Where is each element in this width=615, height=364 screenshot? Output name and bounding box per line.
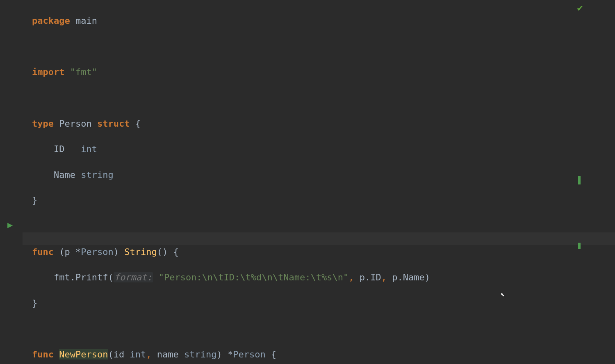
func-name: NewPerson (59, 349, 108, 359)
code-line[interactable]: func (p *Person) String() { (32, 246, 430, 258)
code-line[interactable]: package main (32, 14, 430, 27)
field-type: int (81, 144, 97, 154)
package-name: main (75, 16, 97, 26)
string-literal: "Person:\n\tID:\t%d\n\tName:\t%s\n" (159, 272, 349, 282)
comma: , (381, 272, 387, 282)
comma: , (146, 349, 151, 359)
return-type: Person (233, 349, 265, 359)
code-line[interactable]: } (32, 297, 430, 309)
type-name: Person (59, 118, 91, 129)
comma: , (348, 272, 354, 282)
indent (32, 170, 54, 180)
field-name: Name (54, 170, 81, 180)
keyword-func: func (32, 247, 54, 257)
arg: p.ID (354, 272, 381, 282)
code-editor[interactable]: ▶ ✔ package main import "fmt" type Perso… (0, 0, 615, 364)
sig: (id (108, 349, 130, 359)
brace: } (32, 195, 37, 205)
keyword-package: package (32, 16, 70, 26)
indent (32, 272, 54, 282)
keyword-func: func (32, 349, 54, 359)
code-line[interactable] (32, 91, 430, 104)
sig: ) * (216, 349, 233, 359)
arg: p.Name) (387, 272, 430, 282)
receiver-open: (p * (54, 247, 81, 257)
gutter: ▶ (0, 0, 23, 364)
code-line[interactable]: Name string (32, 168, 430, 181)
analysis-ok-icon[interactable]: ✔ (577, 2, 583, 14)
space (153, 272, 158, 282)
import-path: "fmt" (70, 67, 97, 77)
param-type: int (130, 349, 146, 359)
scrollbar-track[interactable] (581, 0, 615, 364)
sig: name (151, 349, 184, 359)
code-area[interactable]: package main import "fmt" type Person st… (32, 2, 430, 364)
keyword-type: type (32, 118, 54, 129)
func-sig: () { (157, 247, 179, 257)
param-type: string (184, 349, 216, 359)
keyword-struct: struct (97, 118, 130, 129)
param-hint: format: (114, 272, 153, 282)
brace: { (135, 118, 141, 129)
run-icon[interactable]: ▶ (7, 220, 13, 230)
code-line[interactable] (32, 40, 430, 53)
receiver-type: Person (81, 247, 113, 257)
code-line[interactable]: func NewPerson(id int, name string) *Per… (32, 348, 430, 361)
code-line[interactable]: } (32, 194, 430, 207)
func-name: String (124, 247, 157, 257)
receiver-close: ) (114, 247, 125, 257)
indent (32, 144, 54, 154)
vcs-change-marker[interactable] (578, 176, 581, 184)
brace: } (32, 298, 37, 308)
code-line[interactable] (32, 220, 430, 232)
code-line[interactable]: import "fmt" (32, 66, 430, 78)
code-line[interactable]: ID int (32, 143, 430, 155)
keyword-import: import (32, 67, 64, 77)
code-line[interactable]: fmt.Printf(format: "Person:\n\tID:\t%d\n… (32, 271, 430, 284)
field-name: ID (54, 144, 81, 154)
vcs-change-marker[interactable] (578, 243, 581, 249)
space (54, 349, 59, 359)
mouse-cursor-icon: ⬉ (500, 290, 505, 299)
brace: { (266, 349, 277, 359)
code-line[interactable] (32, 322, 430, 335)
code-line[interactable]: type Person struct { (32, 117, 430, 130)
field-type: string (81, 170, 113, 180)
call: fmt.Printf( (54, 272, 114, 282)
